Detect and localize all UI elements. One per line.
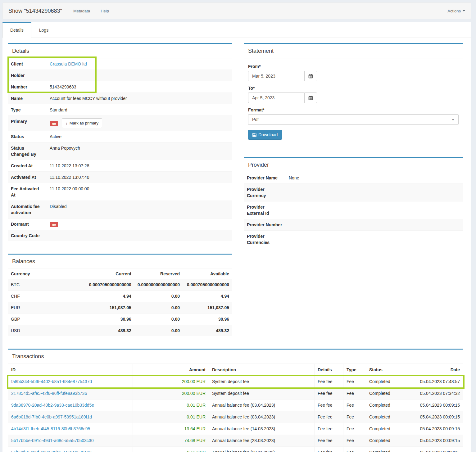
tab-bar: Details Logs: [2, 22, 471, 38]
tab-details[interactable]: Details: [2, 22, 31, 38]
transaction-id-link[interactable]: 5b17bbbe-b91c-49d1-a68c-a5a570503c30: [11, 438, 93, 443]
table-row: 9da38970-20ad-40b2-9a33-cae10b33dd5e 0.0…: [8, 400, 463, 411]
transaction-id-link[interactable]: 4b14d3f1-fbeb-4f45-8116-80b8b3766c95: [11, 426, 90, 431]
table-row: EUR 151,087.05 0.00 151,087.05: [8, 302, 232, 314]
transaction-details: Fee fee: [315, 388, 343, 400]
from-date-input[interactable]: [248, 71, 304, 81]
format-select[interactable]: Pdf ▼: [248, 114, 459, 125]
detail-label: Name: [8, 93, 47, 104]
detail-label: Dormant: [8, 219, 47, 230]
table-row: 6a6b018d-7fb0-4e0b-a997-53951a189f1d 0.0…: [8, 411, 463, 423]
content-sheet: Details Logs Details Client Crassula DEM…: [2, 22, 471, 452]
download-label: Download: [258, 132, 278, 137]
provider-label: Provider Number: [244, 219, 286, 231]
balance-reserved: 0.00: [134, 302, 183, 314]
table-row: USD 489.32 0.00 489.32: [8, 325, 232, 337]
table-row: Provider Currency: [244, 184, 463, 201]
transaction-date: 05.04.2023 00:09:15: [404, 411, 463, 423]
table-row: GBP 30.96 0.00 30.96: [8, 314, 232, 325]
balances-panel: Balances Currency Current Reserved Avail…: [8, 254, 232, 336]
transaction-details: Fee fee: [315, 423, 343, 435]
transaction-amount: 0.01 EUR: [133, 400, 209, 411]
balance-available: 0.0007050000000000: [183, 279, 232, 291]
detail-value: [47, 70, 232, 81]
transaction-type: Fee: [343, 411, 366, 423]
transaction-type: Fee: [343, 423, 366, 435]
actions-dropdown-button[interactable]: Actions: [447, 9, 465, 13]
table-row: Status Active: [8, 131, 232, 142]
detail-value: [47, 230, 232, 242]
balance-available: 30.96: [183, 314, 232, 325]
actions-label: Actions: [447, 9, 461, 13]
table-row: Provider Currencies: [244, 231, 463, 248]
currency-code: EUR: [8, 302, 64, 314]
currency-code: BTC: [8, 279, 64, 291]
currency-code: GBP: [8, 314, 64, 325]
mark-as-primary-button[interactable]: ↑ Mark as primary: [62, 118, 102, 128]
calendar-icon: [308, 74, 313, 79]
column-header: Available: [183, 269, 232, 279]
provider-value: [286, 184, 463, 201]
transaction-id-link[interactable]: 56b6af50-c90f-4020-98b1-7468aa679c43: [11, 450, 91, 452]
table-row: Provider Number: [244, 219, 463, 231]
detail-label: Activated At: [8, 172, 47, 183]
table-row: Provider Name None: [244, 172, 463, 184]
transaction-details: Fee fee: [315, 376, 343, 388]
tab-logs[interactable]: Logs: [31, 22, 56, 38]
transaction-date: 05.04.2023 00:09:15: [404, 435, 463, 447]
from-calendar-addon[interactable]: [304, 71, 317, 81]
menu-item-help[interactable]: Help: [101, 9, 109, 13]
transaction-id-link[interactable]: 9da38970-20ad-40b2-9a33-cae10b33dd5e: [11, 403, 94, 408]
detail-label: Created At: [8, 160, 47, 172]
calendar-icon: [308, 96, 313, 100]
provider-value: [286, 201, 463, 219]
balance-available: 489.32: [183, 325, 232, 337]
to-calendar-addon[interactable]: [304, 93, 317, 103]
table-row: 56b6af50-c90f-4020-98b1-7468aa679c43 0.1…: [8, 447, 463, 452]
table-row: Number 51434290683: [8, 81, 232, 93]
transaction-id-link[interactable]: 217854d5-afe5-42f6-86ff-f3fe8a93b736: [11, 391, 87, 396]
details-table: Client Crassula DEMO ltd Holder Number 5…: [8, 58, 232, 241]
detail-label: Status Changed By: [8, 142, 47, 160]
transaction-type: Fee: [343, 376, 366, 388]
download-button[interactable]: Download: [248, 130, 282, 140]
format-label: Format*: [248, 107, 459, 112]
transaction-id-link[interactable]: 6a6b018d-7fb0-4e0b-a997-53951a189f1d: [11, 414, 92, 419]
provider-value: [286, 219, 463, 231]
arrow-up-icon: ↑: [66, 121, 68, 125]
details-panel: Details Client Crassula DEMO ltd Holder: [8, 43, 232, 241]
transaction-status: Completed: [366, 400, 404, 411]
balance-available: 4.94: [183, 291, 232, 302]
provider-panel-title: Provider: [244, 158, 463, 172]
transaction-amount: 74.68 EUR: [133, 435, 209, 447]
format-selected-value: Pdf: [252, 117, 259, 122]
transaction-details: Fee fee: [315, 447, 343, 452]
detail-label: Holder: [8, 70, 47, 81]
transaction-status: Completed: [366, 388, 404, 400]
table-row: 217854d5-afe5-42f6-86ff-f3fe8a93b736 200…: [8, 388, 463, 400]
transaction-id-link[interactable]: fa8bb344-5bf6-4402-b8a1-684e8775437d: [11, 379, 92, 384]
to-date-input[interactable]: [248, 93, 304, 103]
table-row: Client Crassula DEMO ltd: [8, 58, 232, 70]
client-link[interactable]: Crassula DEMO ltd: [50, 61, 87, 66]
column-header: Amount: [133, 364, 209, 376]
balance-current: 151,087.05: [64, 302, 134, 314]
transaction-status: Completed: [366, 435, 404, 447]
balance-current: 489.32: [64, 325, 134, 337]
transactions-table: ID Amount Description Details Type Statu…: [8, 364, 463, 452]
transaction-description: System deposit fee: [209, 388, 315, 400]
select-caret-icon: ▼: [451, 118, 455, 121]
provider-label: Provider Currency: [244, 184, 286, 201]
transaction-details: Fee fee: [315, 435, 343, 447]
table-row: Type Standard: [8, 104, 232, 116]
detail-value: 11.10.2022 13:07:28: [47, 160, 232, 172]
dormant-no-badge: no: [50, 222, 58, 227]
balances-panel-title: Balances: [8, 255, 232, 269]
balance-current: 0.0007050000000000: [64, 279, 134, 291]
transaction-date: 05.04.2023 07:48:57: [404, 376, 463, 388]
detail-value: Standard: [47, 104, 232, 116]
transactions-panel-title: Transactions: [8, 350, 463, 364]
menu-item-metadata[interactable]: Metadata: [73, 9, 90, 13]
transaction-status: Completed: [366, 447, 404, 452]
balance-reserved: 0.0000000000000000: [134, 279, 183, 291]
